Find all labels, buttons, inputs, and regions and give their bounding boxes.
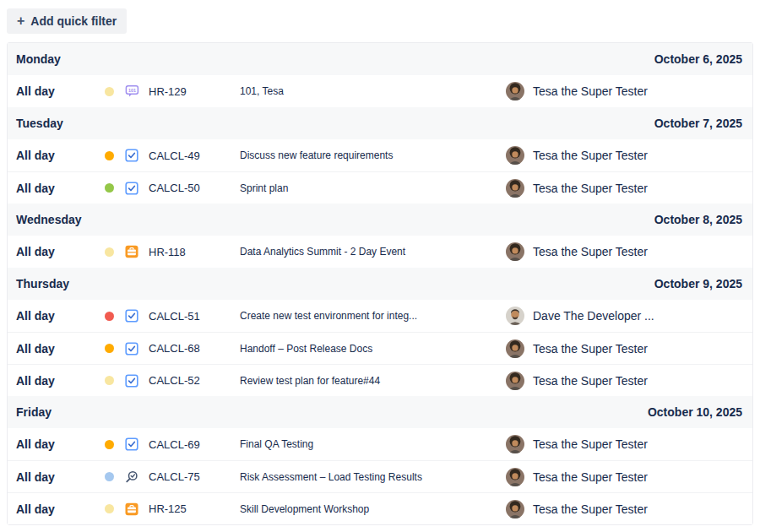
comment-101-icon: 101 <box>125 84 149 98</box>
issue-key: HR-118 <box>149 246 240 258</box>
avatar <box>506 179 524 198</box>
event-time-label: All day <box>16 309 105 323</box>
day-date: October 9, 2025 <box>654 277 742 290</box>
day-header: Friday October 10, 2025 <box>8 396 752 428</box>
assignee: Tesa the Super Tester <box>506 146 744 165</box>
event-row[interactable]: All day 101 HR-129 101, Tesa Tesa the Su… <box>8 75 752 107</box>
assignee-name: Tesa the Super Tester <box>533 245 648 258</box>
briefcase-icon <box>125 245 149 258</box>
day-header: Thursday October 9, 2025 <box>8 268 752 300</box>
briefcase-icon <box>125 502 149 516</box>
event-time-label: All day <box>16 245 105 258</box>
issue-key: CALCL-51 <box>149 310 240 323</box>
avatar <box>506 307 524 325</box>
issue-key: CALCL-49 <box>149 149 240 162</box>
event-row[interactable]: All day CALCL-51 Create new test environ… <box>8 300 752 332</box>
event-time-label: All day <box>16 84 105 98</box>
avatar <box>506 339 524 358</box>
assignee: Tesa the Super Tester <box>506 242 744 261</box>
issue-key: CALCL-68 <box>149 342 240 355</box>
event-time-label: All day <box>16 342 105 356</box>
avatar <box>506 468 524 486</box>
day-name: Friday <box>16 405 52 419</box>
day-header: Wednesday October 8, 2025 <box>8 204 752 236</box>
event-time-label: All day <box>16 374 105 388</box>
day-date: October 8, 2025 <box>654 213 742 226</box>
assignee: Tesa the Super Tester <box>506 179 744 198</box>
event-row[interactable]: All day CALCL-50 Sprint plan Tesa the Su… <box>8 171 752 204</box>
calendar-page: + Add quick filter Monday October 6, 202… <box>0 0 760 525</box>
event-row[interactable]: All day HR-125 Skill Development Worksho… <box>8 492 752 524</box>
status-dot <box>105 247 114 257</box>
event-row[interactable]: All day CALCL-52 Review test plan for fe… <box>8 364 752 396</box>
event-row[interactable]: All day CALCL-68 Handoff – Post Release … <box>8 332 752 364</box>
issue-summary: Discuss new feature requirements <box>240 149 506 161</box>
day-header: Tuesday October 7, 2025 <box>8 107 752 139</box>
avatar <box>506 82 524 100</box>
issue-summary: Handoff – Post Release Docs <box>240 343 506 355</box>
task-icon <box>125 309 149 323</box>
event-time-label: All day <box>16 149 105 162</box>
assignee: Dave The Developer ... <box>506 307 744 325</box>
assignee: Tesa the Super Tester <box>506 82 744 100</box>
assignee-name: Tesa the Super Tester <box>533 342 648 356</box>
event-row[interactable]: All day CALCL-69 Final QA Testing Tesa t… <box>8 428 752 460</box>
issue-summary: Review test plan for feature#44 <box>240 375 506 387</box>
issue-key: CALCL-69 <box>149 438 240 451</box>
day-name: Thursday <box>16 277 69 290</box>
status-dot <box>105 151 114 160</box>
status-dot <box>105 440 114 449</box>
event-time-label: All day <box>16 437 105 451</box>
issue-summary: Create new test environment for integ... <box>240 310 506 322</box>
avatar <box>506 500 524 518</box>
day-section: Thursday October 9, 2025 All day CALCL-5… <box>8 268 752 396</box>
avatar <box>506 372 524 390</box>
add-quick-filter-button[interactable]: + Add quick filter <box>7 8 127 34</box>
day-section: Wednesday October 8, 2025 All day HR-118… <box>8 204 752 268</box>
day-header: Monday October 6, 2025 <box>8 43 752 75</box>
issue-key: CALCL-75 <box>149 470 240 483</box>
assignee: Tesa the Super Tester <box>506 435 744 453</box>
day-section: Friday October 10, 2025 All day CALCL-69… <box>8 396 752 524</box>
issue-summary: Risk Assessment – Load Testing Results <box>240 471 506 483</box>
issue-summary: Sprint plan <box>240 182 506 194</box>
issue-key: CALCL-52 <box>149 374 240 387</box>
assignee: Tesa the Super Tester <box>506 500 744 518</box>
status-dot <box>105 312 114 321</box>
day-name: Tuesday <box>16 117 63 130</box>
assignee-name: Tesa the Super Tester <box>533 470 648 484</box>
assignee-name: Tesa the Super Tester <box>533 437 648 451</box>
assignee-name: Dave The Developer ... <box>533 309 654 323</box>
avatar <box>506 146 524 165</box>
avatar <box>506 435 524 453</box>
toolbar: + Add quick filter <box>7 8 753 34</box>
day-date: October 10, 2025 <box>648 405 742 419</box>
assignee: Tesa the Super Tester <box>506 468 744 486</box>
assignee-name: Tesa the Super Tester <box>533 374 648 388</box>
day-date: October 7, 2025 <box>654 117 742 130</box>
status-dot <box>105 376 114 385</box>
status-dot <box>105 504 114 513</box>
day-section: Monday October 6, 2025 All day 101 HR-12… <box>8 43 752 107</box>
day-name: Monday <box>16 52 61 66</box>
status-dot <box>105 183 114 193</box>
task-icon <box>125 374 149 388</box>
event-time-label: All day <box>16 502 105 516</box>
assignee-name: Tesa the Super Tester <box>533 502 648 516</box>
event-row[interactable]: All day CALCL-75 Risk Assessment – Load … <box>8 460 752 492</box>
issue-summary: Final QA Testing <box>240 438 506 450</box>
day-section: Tuesday October 7, 2025 All day CALCL-49… <box>8 107 752 204</box>
status-dot <box>105 344 114 353</box>
task-icon <box>125 149 149 162</box>
issue-summary: Data Analytics Summit - 2 Day Event <box>240 246 506 258</box>
event-time-label: All day <box>16 182 105 195</box>
assignee-name: Tesa the Super Tester <box>533 182 648 195</box>
status-dot <box>105 87 114 96</box>
assignee: Tesa the Super Tester <box>506 372 744 390</box>
event-row[interactable]: All day CALCL-49 Discuss new feature req… <box>8 139 752 171</box>
assignee-name: Tesa the Super Tester <box>533 84 648 98</box>
task-icon <box>125 437 149 451</box>
svg-text:101: 101 <box>128 88 136 93</box>
assignee-name: Tesa the Super Tester <box>533 149 648 162</box>
event-row[interactable]: All day HR-118 Data Analytics Summit - 2… <box>8 236 752 268</box>
